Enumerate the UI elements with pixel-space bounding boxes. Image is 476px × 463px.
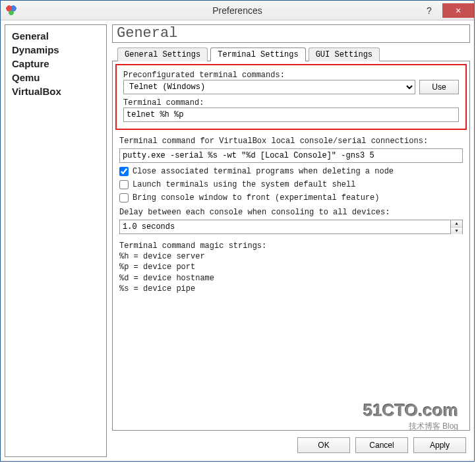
cancel-button[interactable]: Cancel xyxy=(355,437,408,453)
help-button[interactable]: ? xyxy=(416,3,442,18)
cmd-label: Terminal command: xyxy=(123,98,459,108)
sidebar-item-dynamips[interactable]: Dynamips xyxy=(12,43,100,57)
sidebar-item-virtualbox[interactable]: VirtualBox xyxy=(12,84,100,98)
sidebar-item-general[interactable]: General xyxy=(12,29,100,43)
chk-close-terminal-label: Close associated terminal programs when … xyxy=(133,167,394,176)
use-button[interactable]: Use xyxy=(419,80,459,94)
magic-h: %h = device server xyxy=(119,251,463,262)
footer: OK Cancel Apply xyxy=(112,431,470,457)
highlight-box: Preconfigurated terminal commands: Telne… xyxy=(115,64,467,130)
tab-gui-settings[interactable]: GUI Settings xyxy=(309,47,380,61)
tabs: General Settings Terminal Settings GUI S… xyxy=(112,47,470,61)
chk-bring-front-label: Bring console window to front (experimen… xyxy=(133,193,379,202)
preferences-window: Preferences ? × General Dynamips Capture… xyxy=(0,0,475,462)
chk-default-shell-label: Launch terminals using the system defaul… xyxy=(133,180,355,189)
page-title: General xyxy=(112,24,470,43)
delay-label: Delay between each console when consolin… xyxy=(119,208,463,217)
magic-title: Terminal command magic strings: xyxy=(119,241,463,251)
sidebar: General Dynamips Capture Qemu VirtualBox xyxy=(5,24,107,457)
chk-close-terminal[interactable] xyxy=(119,167,129,176)
window-body: General Dynamips Capture Qemu VirtualBox… xyxy=(1,20,474,461)
ok-button[interactable]: OK xyxy=(297,437,350,453)
sidebar-item-qemu[interactable]: Qemu xyxy=(12,71,100,84)
magic-d: %d = device hostname xyxy=(119,273,463,284)
preconf-select[interactable]: Telnet (Windows) xyxy=(123,80,415,94)
tab-terminal-settings[interactable]: Terminal Settings xyxy=(210,47,305,61)
magic-strings: Terminal command magic strings: %h = dev… xyxy=(119,241,463,294)
titlebar: Preferences ? × xyxy=(1,1,474,20)
tab-general-settings[interactable]: General Settings xyxy=(117,47,208,61)
delay-spin-down[interactable]: ▼ xyxy=(451,228,462,234)
terminal-command-input[interactable] xyxy=(123,108,459,122)
main-area: General General Settings Terminal Settin… xyxy=(112,24,470,457)
sidebar-item-capture[interactable]: Capture xyxy=(12,57,100,71)
preconf-label: Preconfigurated terminal commands: xyxy=(123,71,459,80)
delay-spin-up[interactable]: ▲ xyxy=(451,220,462,228)
window-title: Preferences xyxy=(1,5,474,16)
vbox-command-input[interactable] xyxy=(119,148,463,163)
delay-spinner: ▲ ▼ xyxy=(451,220,463,234)
close-button[interactable]: × xyxy=(442,3,474,18)
chk-bring-front[interactable] xyxy=(119,193,129,202)
magic-p: %p = device port xyxy=(119,262,463,272)
vbox-label: Terminal command for VirtualBox local co… xyxy=(119,137,463,146)
apply-button[interactable]: Apply xyxy=(413,437,466,453)
chk-default-shell[interactable] xyxy=(119,180,129,189)
magic-s: %s = device pipe xyxy=(119,284,463,294)
delay-input[interactable] xyxy=(119,220,451,234)
terminal-settings-panel: Preconfigurated terminal commands: Telne… xyxy=(112,61,470,431)
